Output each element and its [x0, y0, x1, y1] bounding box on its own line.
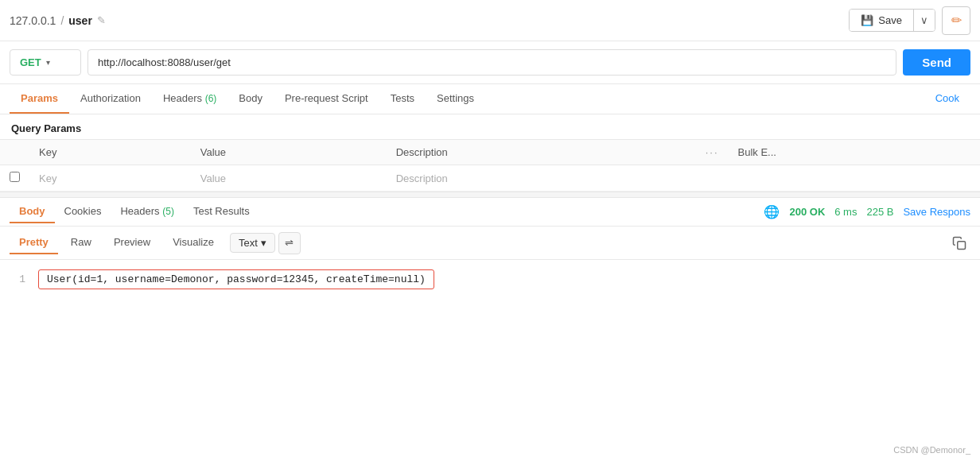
wrap-icon: ⇌	[285, 237, 294, 249]
format-select-label: Text	[239, 237, 258, 249]
tab-tests[interactable]: Tests	[379, 84, 426, 114]
top-bar-actions: 💾 Save ∨ ✏	[849, 6, 970, 35]
top-bar: 127.0.0.1 / user ✎ 💾 Save ∨ ✏	[0, 0, 980, 41]
watermark: CSDN @Demonor_	[893, 445, 970, 455]
response-status: 🌐 200 OK 6 ms 225 B Save Respons	[764, 198, 970, 226]
checkbox-input[interactable]	[10, 172, 20, 182]
params-table: Key Value Description ··· Bulk E... Key …	[0, 139, 980, 192]
resp-tab-cookies[interactable]: Cookies	[55, 200, 111, 223]
headers-badge: (6)	[205, 93, 217, 104]
response-tabs-row: Body Cookies Headers (5) Test Results 🌐 …	[0, 198, 980, 227]
response-time: 6 ms	[834, 206, 857, 218]
code-line: 1 User(id=1, username=Demonor, password=…	[10, 269, 970, 289]
query-params-label: Query Params	[0, 114, 980, 139]
tab-cookies[interactable]: Cook	[924, 84, 970, 114]
pencil-icon: ✏	[951, 13, 962, 28]
method-dropdown-arrow: ▾	[46, 58, 50, 67]
tab-params[interactable]: Params	[10, 84, 69, 114]
bulk-edit-cell	[729, 165, 980, 192]
format-select-arrow: ▾	[261, 237, 266, 249]
save-disk-icon: 💾	[861, 14, 873, 26]
format-raw[interactable]: Raw	[61, 231, 101, 254]
save-dropdown-arrow[interactable]: ∨	[913, 10, 935, 31]
dots-col-header: ···	[696, 140, 729, 165]
description-col-header: Description	[387, 140, 696, 165]
copy-svg-icon	[952, 236, 966, 250]
format-visualize[interactable]: Visualize	[163, 231, 224, 254]
chevron-down-icon: ∨	[920, 14, 928, 26]
url-bar: GET ▾ Send	[0, 41, 980, 84]
resp-headers-badge: (5)	[162, 206, 174, 217]
format-preview[interactable]: Preview	[104, 231, 160, 254]
wrap-icon-button[interactable]: ⇌	[278, 232, 301, 254]
request-name: user	[68, 14, 92, 27]
value-col-header: Value	[191, 140, 387, 165]
tab-headers[interactable]: Headers (6)	[152, 84, 228, 114]
response-size: 225 B	[866, 206, 893, 218]
tab-settings[interactable]: Settings	[426, 84, 485, 114]
resp-tab-body[interactable]: Body	[10, 200, 55, 223]
value-cell[interactable]: Value	[191, 165, 387, 192]
code-content: User(id=1, username=Demonor, password=12…	[38, 269, 434, 289]
copy-icon-button[interactable]	[948, 232, 970, 254]
bulk-edit-col-header[interactable]: Bulk E...	[729, 140, 980, 165]
line-number: 1	[10, 273, 25, 285]
format-pretty[interactable]: Pretty	[10, 231, 58, 254]
globe-icon: 🌐	[764, 204, 780, 219]
edit-icon[interactable]: ✎	[97, 14, 106, 26]
tab-prerequest[interactable]: Pre-request Script	[274, 84, 379, 114]
save-label: Save	[878, 14, 902, 26]
code-area: 1 User(id=1, username=Demonor, password=…	[0, 260, 980, 299]
save-button-group: 💾 Save ∨	[849, 9, 935, 32]
status-ok: 200 OK	[789, 206, 825, 218]
section-divider	[0, 192, 980, 198]
description-cell[interactable]: Description	[387, 165, 696, 192]
breadcrumb: 127.0.0.1 / user ✎	[10, 14, 106, 27]
format-select-dropdown[interactable]: Text ▾	[230, 233, 275, 253]
tab-authorization[interactable]: Authorization	[69, 84, 152, 114]
url-input[interactable]	[88, 49, 896, 76]
dots-cell	[696, 165, 729, 192]
path-separator: /	[60, 14, 64, 27]
row-checkbox[interactable]	[0, 165, 29, 192]
key-col-header: Key	[29, 140, 191, 165]
svg-rect-0	[958, 241, 966, 249]
tab-body[interactable]: Body	[228, 84, 274, 114]
save-response-button[interactable]: Save Respons	[903, 206, 970, 218]
send-button[interactable]: Send	[903, 49, 970, 76]
response-body-toolbar: Pretty Raw Preview Visualize Text ▾ ⇌	[0, 227, 980, 260]
ip-address: 127.0.0.1	[10, 14, 56, 27]
resp-tab-test-results[interactable]: Test Results	[184, 200, 259, 223]
checkbox-col-header	[0, 140, 29, 165]
request-tabs: Params Authorization Headers (6) Body Pr…	[0, 84, 980, 114]
save-button[interactable]: 💾 Save	[850, 10, 913, 31]
method-selector[interactable]: GET ▾	[10, 49, 81, 76]
resp-tab-headers[interactable]: Headers (5)	[111, 200, 183, 223]
key-cell[interactable]: Key	[29, 165, 191, 192]
table-row: Key Value Description	[0, 165, 980, 192]
pencil-icon-button[interactable]: ✏	[942, 6, 970, 35]
method-label: GET	[20, 56, 41, 68]
